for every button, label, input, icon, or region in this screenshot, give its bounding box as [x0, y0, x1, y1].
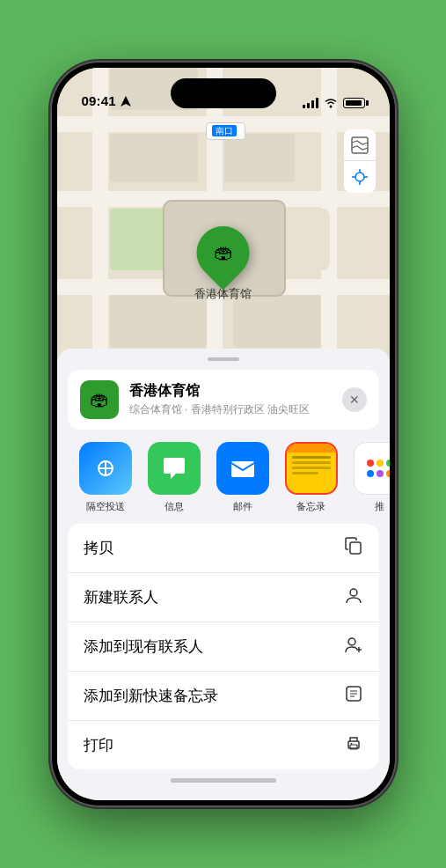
svg-point-12 [348, 638, 355, 645]
sheet-handle [208, 357, 239, 361]
svg-point-11 [350, 589, 357, 596]
signal-bars-icon [303, 98, 318, 108]
svg-rect-10 [350, 542, 361, 554]
notes-icon [285, 442, 338, 495]
venue-name: 香港体育馆 [129, 382, 342, 401]
more-icon [354, 442, 390, 495]
share-item-more[interactable]: 推 [346, 442, 390, 513]
new-contact-icon [344, 585, 363, 609]
map-label: 南口 [206, 122, 245, 140]
wifi-icon [324, 98, 338, 108]
location-icon [120, 95, 132, 107]
status-icons [303, 98, 365, 108]
print-icon [344, 733, 363, 757]
bottom-sheet: 🏟 香港体育馆 综合体育馆 · 香港特别行政区 油尖旺区 ✕ [57, 349, 390, 800]
action-quick-note-label: 添加到新快速备忘录 [84, 686, 218, 706]
venue-icon: 🏟 [80, 380, 119, 419]
action-copy-label: 拷贝 [84, 538, 113, 558]
close-button[interactable]: ✕ [342, 387, 367, 412]
action-new-contact[interactable]: 新建联系人 [68, 573, 379, 622]
action-new-contact-label: 新建联系人 [84, 587, 158, 607]
action-quick-note[interactable]: 添加到新快速备忘录 [68, 672, 379, 721]
action-add-contact-label: 添加到现有联系人 [84, 636, 203, 657]
action-list: 拷贝 新建联系人 [68, 524, 379, 769]
map-type-button[interactable] [344, 129, 376, 161]
pin-icon: 🏟 [214, 241, 233, 264]
airdrop-icon [79, 442, 132, 495]
venue-info: 香港体育馆 综合体育馆 · 香港特别行政区 油尖旺区 [129, 382, 342, 417]
status-time: 09:41 [82, 93, 116, 108]
venue-card: 🏟 香港体育馆 综合体育馆 · 香港特别行政区 油尖旺区 ✕ [68, 370, 379, 430]
share-item-messages[interactable]: 信息 [140, 442, 208, 513]
add-contact-icon [344, 635, 363, 658]
battery-icon [343, 98, 365, 108]
svg-point-1 [329, 106, 332, 108]
pin-circle: 🏟 [186, 216, 260, 291]
location-pin: 🏟 香港体育馆 [194, 226, 252, 302]
action-print[interactable]: 打印 [68, 721, 379, 769]
map-controls [344, 129, 376, 193]
svg-rect-2 [352, 137, 368, 153]
mail-label: 邮件 [233, 500, 252, 513]
messages-label: 信息 [165, 500, 184, 513]
copy-icon [344, 536, 363, 560]
dynamic-island [171, 78, 276, 108]
svg-marker-0 [121, 96, 131, 107]
airdrop-label: 隔空投送 [86, 500, 125, 513]
messages-icon [148, 442, 201, 495]
share-item-mail[interactable]: 邮件 [208, 442, 277, 513]
mail-icon [216, 442, 269, 495]
share-item-notes[interactable]: 备忘录 [277, 442, 346, 513]
location-button[interactable] [344, 161, 376, 193]
venue-description: 综合体育馆 · 香港特别行政区 油尖旺区 [129, 402, 342, 417]
phone-frame: 09:41 [52, 63, 395, 805]
svg-point-21 [350, 743, 352, 745]
share-row: 隔空投送 信息 [57, 430, 390, 513]
quick-note-icon [344, 684, 363, 708]
notes-label: 备忘录 [296, 500, 325, 513]
svg-point-3 [355, 173, 364, 181]
action-add-to-contact[interactable]: 添加到现有联系人 [68, 622, 379, 672]
action-print-label: 打印 [84, 735, 113, 755]
action-copy[interactable]: 拷贝 [68, 524, 379, 573]
phone-screen: 09:41 [57, 68, 390, 800]
more-label: 推 [375, 500, 384, 513]
share-item-airdrop[interactable]: 隔空投送 [71, 442, 140, 513]
home-indicator [171, 778, 276, 783]
